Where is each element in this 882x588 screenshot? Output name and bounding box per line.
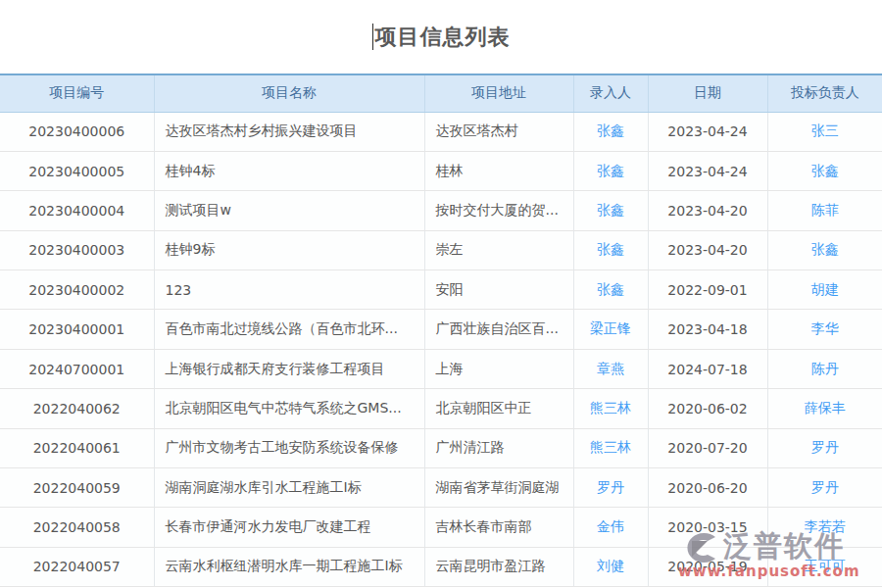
cell-project-address: 湖南省茅草街洞庭湖 [424, 468, 573, 508]
bid-manager-link[interactable]: 李华 [767, 310, 882, 349]
table-row: 20230400002123安阳张鑫2022-09-01胡建 [0, 270, 882, 310]
cell-project-name: 上海银行成都天府支行装修工程项目 [154, 349, 424, 388]
cell-project-code: 20230400002 [0, 270, 154, 310]
entry-person-link[interactable]: 梁正锋 [573, 310, 648, 349]
table-row: 20230400006达孜区塔杰村乡村振兴建设项目达孜区塔杰村张鑫2023-04… [0, 112, 882, 151]
bid-manager-link[interactable]: 薛保丰 [767, 389, 882, 428]
bid-manager-link[interactable]: 张鑫 [767, 151, 882, 190]
table-header-row: 项目编号项目名称项目地址录入人日期投标负责人 [0, 74, 882, 112]
entry-person-link[interactable]: 张鑫 [573, 191, 648, 230]
project-table: 项目编号项目名称项目地址录入人日期投标负责人 20230400006达孜区塔杰村… [0, 74, 882, 587]
title-bar: 项目信息列表 [0, 0, 882, 74]
cell-date: 2023-04-24 [648, 112, 767, 151]
cell-project-address: 广州清江路 [424, 428, 573, 467]
cell-project-name: 桂钟4标 [154, 151, 424, 190]
table-row: 20230400003桂钟9标崇左张鑫2023-04-20张鑫 [0, 230, 882, 270]
cell-project-code: 20230400004 [0, 191, 154, 230]
cell-project-name: 测试项目w [154, 191, 424, 230]
table-row: 2022040061广州市文物考古工地安防系统设备保修广州清江路熊三林2020-… [0, 428, 882, 467]
bid-manager-link[interactable]: 张鑫 [767, 230, 882, 270]
entry-person-link[interactable]: 张鑫 [573, 151, 648, 190]
column-header-5: 投标负责人 [767, 74, 882, 112]
cell-date: 2023-04-18 [648, 310, 767, 349]
cell-project-address: 桂林 [424, 151, 573, 190]
cell-project-name: 云南水利枢纽潜明水库一期工程施工I标 [154, 547, 424, 586]
table-row: 2022040057云南水利枢纽潜明水库一期工程施工I标云南昆明市盈江路刘健20… [0, 547, 882, 586]
cell-project-code: 2022040062 [0, 389, 154, 428]
table-row: 20230400004测试项目w按时交付大厦的贺...张鑫2023-04-20陈… [0, 191, 882, 230]
cell-date: 2023-04-20 [648, 191, 767, 230]
cell-project-code: 2022040059 [0, 468, 154, 508]
cell-project-address: 上海 [424, 349, 573, 388]
bid-manager-link[interactable]: 陈丹 [767, 349, 882, 388]
cell-project-code: 2022040058 [0, 508, 154, 547]
cell-date: 2020-07-20 [648, 428, 767, 467]
cell-project-code: 20230400006 [0, 112, 154, 151]
bid-manager-link[interactable]: 罗丹 [767, 468, 882, 508]
cell-project-code: 20230400003 [0, 230, 154, 270]
cell-project-code: 2022040057 [0, 547, 154, 586]
cell-project-name: 北京朝阳区电气中芯特气系统之GMS... [154, 389, 424, 428]
bid-manager-link[interactable]: 王可可 [767, 547, 882, 586]
entry-person-link[interactable]: 熊三林 [573, 428, 648, 467]
table-row: 2022040058长春市伊通河水力发电厂改建工程吉林长春市南部金伟2020-0… [0, 508, 882, 547]
table-body: 20230400006达孜区塔杰村乡村振兴建设项目达孜区塔杰村张鑫2023-04… [0, 112, 882, 587]
table-row: 20230400001百色市南北过境线公路（百色市北环...广西壮族自治区百..… [0, 310, 882, 349]
cell-project-name: 桂钟9标 [154, 230, 424, 270]
bid-manager-link[interactable]: 李若若 [767, 508, 882, 547]
cell-project-name: 长春市伊通河水力发电厂改建工程 [154, 508, 424, 547]
cell-date: 2020-06-20 [648, 468, 767, 508]
table-row: 20230400005桂钟4标桂林张鑫2023-04-24张鑫 [0, 151, 882, 190]
cell-date: 2020-05-19 [648, 547, 767, 586]
cell-project-name: 达孜区塔杰村乡村振兴建设项目 [154, 112, 424, 151]
entry-person-link[interactable]: 刘健 [573, 547, 648, 586]
cell-project-address: 北京朝阳区中正 [424, 389, 573, 428]
bid-manager-link[interactable]: 胡建 [767, 270, 882, 310]
entry-person-link[interactable]: 张鑫 [573, 270, 648, 310]
table-row: 2022040059湖南洞庭湖水库引水工程施工I标湖南省茅草街洞庭湖罗丹2020… [0, 468, 882, 508]
cell-project-address: 云南昆明市盈江路 [424, 547, 573, 586]
table-header: 项目编号项目名称项目地址录入人日期投标负责人 [0, 74, 882, 112]
bid-manager-link[interactable]: 陈菲 [767, 191, 882, 230]
page-title: 项目信息列表 [375, 23, 511, 52]
table-row: 2022040062北京朝阳区电气中芯特气系统之GMS...北京朝阳区中正熊三林… [0, 389, 882, 428]
cell-project-code: 20240700001 [0, 349, 154, 388]
cell-project-address: 按时交付大厦的贺... [424, 191, 573, 230]
cell-date: 2023-04-20 [648, 230, 767, 270]
cell-date: 2024-07-18 [648, 349, 767, 388]
cell-project-code: 20230400001 [0, 310, 154, 349]
cell-project-address: 安阳 [424, 270, 573, 310]
entry-person-link[interactable]: 章燕 [573, 349, 648, 388]
project-info-page: 项目信息列表 项目编号项目名称项目地址录入人日期投标负责人 2023040000… [0, 0, 882, 588]
cell-project-address: 崇左 [424, 230, 573, 270]
column-header-3: 录入人 [573, 74, 648, 112]
entry-person-link[interactable]: 罗丹 [573, 468, 648, 508]
cell-date: 2022-09-01 [648, 270, 767, 310]
table-row: 20240700001上海银行成都天府支行装修工程项目上海章燕2024-07-1… [0, 349, 882, 388]
text-caret [372, 24, 373, 50]
cell-date: 2020-06-02 [648, 389, 767, 428]
cell-date: 2020-03-15 [648, 508, 767, 547]
cell-project-name: 百色市南北过境线公路（百色市北环... [154, 310, 424, 349]
entry-person-link[interactable]: 张鑫 [573, 112, 648, 151]
bid-manager-link[interactable]: 张三 [767, 112, 882, 151]
entry-person-link[interactable]: 张鑫 [573, 230, 648, 270]
cell-project-name: 123 [154, 270, 424, 310]
cell-project-address: 广西壮族自治区百... [424, 310, 573, 349]
bid-manager-link[interactable]: 罗丹 [767, 428, 882, 467]
entry-person-link[interactable]: 熊三林 [573, 389, 648, 428]
column-header-1: 项目名称 [154, 74, 424, 112]
cell-project-name: 湖南洞庭湖水库引水工程施工I标 [154, 468, 424, 508]
column-header-0: 项目编号 [0, 74, 154, 112]
cell-date: 2023-04-24 [648, 151, 767, 190]
column-header-4: 日期 [648, 74, 767, 112]
cell-project-address: 达孜区塔杰村 [424, 112, 573, 151]
cell-project-address: 吉林长春市南部 [424, 508, 573, 547]
entry-person-link[interactable]: 金伟 [573, 508, 648, 547]
cell-project-name: 广州市文物考古工地安防系统设备保修 [154, 428, 424, 467]
cell-project-code: 2022040061 [0, 428, 154, 467]
cell-project-code: 20230400005 [0, 151, 154, 190]
column-header-2: 项目地址 [424, 74, 573, 112]
